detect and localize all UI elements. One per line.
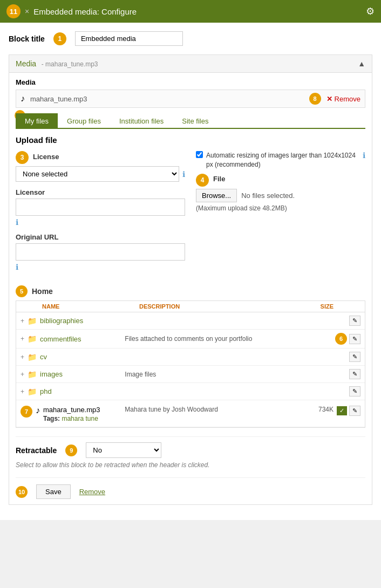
folder-icon: 📁 bbox=[28, 370, 37, 379]
edit-button[interactable]: ✎ bbox=[349, 316, 360, 326]
licensor-input[interactable] bbox=[16, 199, 185, 216]
edit-button[interactable]: ✎ bbox=[349, 334, 360, 344]
no-files-text: No files selected. bbox=[241, 192, 295, 200]
edit-button[interactable]: ✎ bbox=[349, 352, 360, 362]
licensor-group: Licensor ℹ bbox=[16, 188, 185, 227]
license-select[interactable]: None selected bbox=[16, 166, 179, 182]
block-title-input[interactable] bbox=[75, 31, 183, 46]
licensor-info-icon[interactable]: ℹ bbox=[16, 218, 185, 227]
plus-icon[interactable]: + bbox=[21, 388, 24, 395]
edit-button[interactable]: ✎ bbox=[349, 386, 360, 396]
form-right: Automatic resizing of images larger than… bbox=[196, 151, 365, 278]
list-item: + 📁 commentfiles Files attached to comme… bbox=[16, 330, 365, 348]
home-label-row: 5 Home bbox=[16, 285, 365, 297]
home-label-text: Home bbox=[32, 287, 53, 296]
file-name-text: mahara_tune.mp3 bbox=[43, 406, 100, 414]
original-url-group: Original URL ℹ bbox=[16, 233, 185, 271]
list-item: + 📁 cv ✎ bbox=[16, 348, 365, 366]
media-label: Media bbox=[16, 78, 365, 86]
list-item: + 📁 bibliographies ✎ bbox=[16, 312, 365, 330]
plus-icon[interactable]: + bbox=[21, 335, 24, 343]
block-title-label: Block title bbox=[9, 35, 45, 43]
file-upload-row: Browse... No files selected. bbox=[196, 189, 365, 202]
badge-5: 5 bbox=[16, 285, 28, 297]
music-file-icon: ♪ bbox=[36, 406, 40, 415]
auto-resize-row: Automatic resizing of images larger than… bbox=[196, 151, 365, 169]
home-section: 5 Home NAME DESCRIPTION SIZE bbox=[16, 285, 365, 428]
license-group: 3 License None selected ℹ bbox=[16, 151, 185, 182]
tab-institution-files[interactable]: Institution files bbox=[110, 113, 173, 129]
media-section: Media - mahara_tune.mp3 ▲ Media ♪ mahara… bbox=[9, 54, 372, 505]
form-left: 3 License None selected ℹ Lice bbox=[16, 151, 185, 278]
plus-icon[interactable]: + bbox=[21, 317, 24, 325]
original-url-info-icon[interactable]: ℹ bbox=[16, 263, 185, 271]
folder-name[interactable]: commentfiles bbox=[40, 335, 81, 343]
badge-7: 7 bbox=[21, 406, 32, 418]
file-label: File bbox=[213, 175, 225, 183]
col-name-header: NAME bbox=[21, 303, 139, 310]
col-desc-header: DESCRIPTION bbox=[139, 303, 285, 310]
folder-name[interactable]: phd bbox=[40, 387, 52, 395]
folder-name[interactable]: bibliographies bbox=[40, 317, 83, 325]
badge-3: 3 bbox=[16, 151, 29, 164]
music-icon: ♪ bbox=[21, 94, 25, 104]
licensor-label: Licensor bbox=[16, 188, 185, 196]
main-content: Block title 1 Media - mahara_tune.mp3 ▲ … bbox=[0, 23, 381, 520]
original-url-input[interactable] bbox=[16, 243, 185, 261]
folder-desc: Files attached to comments on your portf… bbox=[125, 335, 281, 343]
tags-label: Tags: bbox=[43, 415, 62, 422]
block-title-row: Block title 1 bbox=[9, 31, 372, 46]
media-section-title: Media bbox=[16, 59, 36, 68]
badge-1: 1 bbox=[53, 32, 66, 45]
list-item: 7 ♪ mahara_tune.mp3 Tags: mahara tune bbox=[16, 400, 365, 427]
file-size: 734K bbox=[281, 405, 334, 413]
tab-my-files[interactable]: My files bbox=[16, 113, 58, 129]
retractable-hint: Select to allow this block to be retract… bbox=[16, 461, 365, 469]
plus-icon[interactable]: + bbox=[21, 353, 24, 361]
badge-10: 10 bbox=[16, 486, 28, 498]
license-info-icon[interactable]: ℹ bbox=[182, 170, 185, 179]
retractable-section: Retractable 9 No Yes Auto Select to allo… bbox=[16, 436, 365, 469]
max-upload-text: (Maximum upload size 48.2MB) bbox=[196, 204, 365, 212]
media-inner: Media ♪ mahara_tune.mp3 8 ✕ Remove 2 My … bbox=[9, 73, 372, 504]
close-button[interactable]: × bbox=[25, 7, 29, 16]
retractable-label: Retractable bbox=[16, 446, 57, 455]
browse-button[interactable]: Browse... bbox=[196, 189, 237, 202]
folder-icon: 📁 bbox=[28, 334, 37, 343]
footer-remove-link[interactable]: Remove bbox=[79, 488, 105, 496]
tabs-row: My files Group files Institution files S… bbox=[16, 113, 365, 129]
remove-media-button[interactable]: ✕ Remove bbox=[326, 95, 360, 103]
chevron-up-icon[interactable]: ▲ bbox=[358, 59, 365, 68]
media-file-name: mahara_tune.mp3 bbox=[30, 95, 304, 103]
upload-section: Upload file 3 License None selected bbox=[16, 129, 365, 499]
folder-name[interactable]: images bbox=[40, 370, 63, 378]
remove-x-icon: ✕ bbox=[326, 95, 332, 103]
retractable-select[interactable]: No Yes Auto bbox=[86, 442, 161, 458]
badge-9: 9 bbox=[65, 445, 77, 456]
tab-group-files[interactable]: Group files bbox=[58, 113, 110, 129]
footer-row: 10 Save Remove bbox=[16, 477, 365, 499]
auto-resize-info-icon[interactable]: ℹ bbox=[363, 151, 365, 160]
media-section-subtitle: - mahara_tune.mp3 bbox=[42, 60, 98, 68]
tags-value: mahara tune bbox=[62, 415, 98, 422]
list-item: + 📁 images Image files ✎ bbox=[16, 366, 365, 383]
badge-4: 4 bbox=[196, 174, 209, 187]
badge-6: 6 bbox=[335, 333, 347, 345]
dialog-title: Embedded media: Configure bbox=[33, 7, 137, 16]
auto-resize-checkbox[interactable] bbox=[196, 151, 203, 158]
save-button[interactable]: Save bbox=[36, 484, 71, 499]
select-file-button[interactable]: ✓ bbox=[337, 406, 347, 415]
edit-file-button[interactable]: ✎ bbox=[349, 406, 360, 416]
folder-icon: 📁 bbox=[28, 387, 37, 396]
upload-title: Upload file bbox=[16, 135, 365, 145]
edit-button[interactable]: ✎ bbox=[349, 369, 360, 379]
tab-site-files[interactable]: Site files bbox=[173, 113, 217, 129]
list-item: + 📁 phd ✎ bbox=[16, 383, 365, 400]
col-actions-header bbox=[334, 303, 360, 310]
plus-icon[interactable]: + bbox=[21, 371, 24, 378]
gear-icon[interactable]: ⚙ bbox=[366, 5, 375, 17]
file-group: 4 File Browse... No files selected. (Max… bbox=[196, 174, 365, 212]
col-size-header: SIZE bbox=[285, 303, 334, 310]
folder-name[interactable]: cv bbox=[40, 353, 47, 361]
file-desc: Mahara tune by Josh Woodward bbox=[125, 405, 281, 413]
